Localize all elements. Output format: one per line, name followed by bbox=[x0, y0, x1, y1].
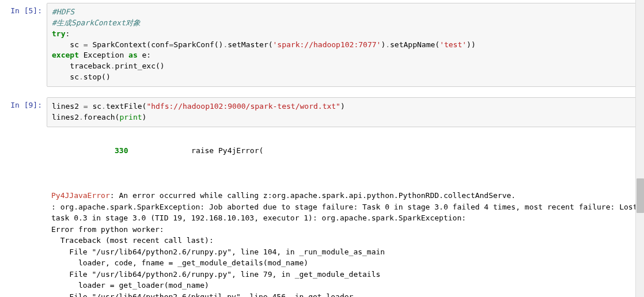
code-input[interactable]: lines2 = sc.textFile("hdfs://hadoop102:9… bbox=[47, 97, 638, 127]
code-cell: In [5]: #HDFS #生成SparkContext对象 try: sc … bbox=[0, 0, 644, 90]
cell-prompt: In [5]: bbox=[6, 3, 47, 87]
output-prompt bbox=[6, 133, 47, 297]
line-number: 330 bbox=[115, 146, 128, 155]
raise-text bbox=[128, 146, 191, 155]
error-sep: : bbox=[110, 191, 119, 200]
error-name: Py4JJavaError bbox=[51, 191, 110, 200]
prompt-label: In [9]: bbox=[10, 101, 42, 109]
raise-line: 330 raise Py4jError( bbox=[51, 145, 638, 157]
code-input[interactable]: #HDFS #生成SparkContext对象 try: sc = SparkC… bbox=[47, 3, 638, 87]
cell-prompt: In [9]: bbox=[6, 97, 47, 127]
error-message: An error occurred while calling z:org.ap… bbox=[119, 191, 516, 200]
traceback-text: : org.apache.spark.SparkException: Job a… bbox=[51, 203, 638, 297]
cell-gap bbox=[0, 90, 644, 94]
output-text: 330 raise Py4jError( Py4JJavaError: An e… bbox=[47, 133, 638, 297]
output-cell: 330 raise Py4jError( Py4JJavaError: An e… bbox=[0, 130, 644, 297]
scrollbar-thumb[interactable] bbox=[637, 178, 644, 213]
raise-code: raise Py4jError( bbox=[191, 146, 263, 155]
scrollbar-track[interactable] bbox=[635, 0, 644, 297]
prompt-label: In [5]: bbox=[10, 6, 42, 15]
code-cell: In [9]: lines2 = sc.textFile("hdfs://had… bbox=[0, 94, 644, 130]
